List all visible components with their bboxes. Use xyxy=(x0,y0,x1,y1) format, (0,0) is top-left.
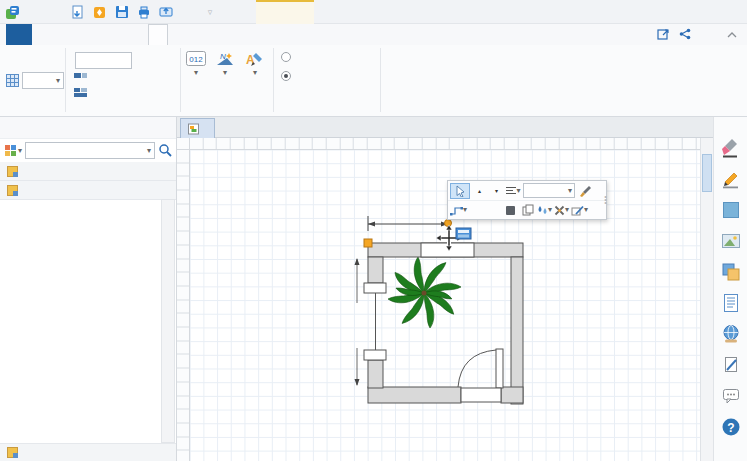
fill-color-button[interactable] xyxy=(503,202,518,218)
title-bar: ▿ xyxy=(0,0,747,24)
section-building-core[interactable] xyxy=(0,443,176,461)
palm-plant-shape xyxy=(388,257,461,328)
save-icon[interactable] xyxy=(114,4,130,20)
toolbar-drag-handle[interactable]: ••• xyxy=(604,195,607,204)
tab-help[interactable] xyxy=(130,24,148,45)
bold-button[interactable] xyxy=(469,202,484,218)
tab-floor-plan[interactable] xyxy=(148,24,168,45)
vertical-ruler xyxy=(177,150,190,461)
tab-file[interactable] xyxy=(6,24,32,45)
floor-plan-drawing xyxy=(190,150,700,461)
chevron-down-icon: ▾ xyxy=(568,187,572,195)
decrease-font-button[interactable]: ▾ xyxy=(489,183,504,199)
italic-button[interactable] xyxy=(486,202,501,218)
library-section-icon xyxy=(7,166,18,177)
scale-combo[interactable]: ▾ xyxy=(22,72,64,89)
radio-icon-selected xyxy=(281,71,291,81)
dimension-top xyxy=(368,212,448,236)
tab-home[interactable] xyxy=(40,24,58,45)
customize-toolbar-icon[interactable]: ▿ xyxy=(202,4,218,20)
dimension-style-icon: A xyxy=(245,51,265,66)
cursor-tool-button[interactable] xyxy=(450,183,470,199)
document-tools-label xyxy=(256,0,314,24)
app-logo-icon xyxy=(4,4,20,20)
font-family-combo[interactable]: ▾ xyxy=(523,183,575,198)
image-icon[interactable] xyxy=(721,231,741,251)
section-dimensioning[interactable] xyxy=(0,181,176,200)
library-section-icon xyxy=(7,447,18,458)
chevron-down-icon: ▾ xyxy=(147,147,151,155)
quick-access-dropdown-icon[interactable] xyxy=(180,4,196,20)
increase-font-button[interactable]: ▴ xyxy=(472,183,487,199)
tab-page-layout[interactable] xyxy=(76,24,94,45)
horizontal-ruler xyxy=(190,138,700,150)
ink-style-button[interactable]: ▾ xyxy=(537,202,552,218)
tools-menu-button[interactable]: ▾ xyxy=(554,202,569,218)
apply-all-walls-button[interactable] xyxy=(74,88,91,97)
svg-text:012: 012 xyxy=(189,55,203,64)
library-picker-icon[interactable]: ▾ xyxy=(4,144,22,158)
print-icon[interactable] xyxy=(136,4,152,20)
search-input[interactable]: ▾ xyxy=(25,142,155,159)
radio-always-show[interactable] xyxy=(281,71,296,81)
drawing-canvas[interactable]: ▴ ▾ ▾ ▾ ▾ xyxy=(190,150,700,461)
pen-style-button[interactable]: ▾ xyxy=(571,202,588,218)
chevron-down-icon: ▾ xyxy=(223,69,227,77)
scrollbar-thumb[interactable] xyxy=(702,154,712,192)
attachment-note-icon[interactable] xyxy=(721,355,741,375)
layers-icon[interactable] xyxy=(721,262,741,282)
pencil-edit-icon[interactable] xyxy=(721,169,741,189)
scroll-down-icon[interactable] xyxy=(162,429,174,442)
door-dimension-box xyxy=(461,388,501,402)
ruler-corner xyxy=(177,138,190,150)
brush-icon[interactable] xyxy=(577,183,592,199)
template-icon[interactable] xyxy=(92,4,108,20)
chevron-down-icon: ▾ xyxy=(253,69,257,77)
tab-view[interactable] xyxy=(94,24,112,45)
selection-handle-square xyxy=(364,239,372,247)
symbol-grid xyxy=(2,199,160,443)
copy-format-button[interactable] xyxy=(520,202,535,218)
collapse-ribbon-icon[interactable] xyxy=(727,29,737,41)
document-tab[interactable] xyxy=(180,118,215,138)
selection-handle-endpoint xyxy=(445,220,452,227)
right-tool-sidebar: ? xyxy=(713,117,747,461)
comments-icon[interactable] xyxy=(721,386,741,406)
precision-icon: N xyxy=(215,51,235,66)
scale-grid-icon xyxy=(6,74,19,87)
section-basic-shapes[interactable] xyxy=(0,162,176,181)
unit-button[interactable]: 012 ▾ xyxy=(183,51,209,77)
door-shape xyxy=(458,349,503,388)
ribbon: ▾ 012 ▾ N ▾ A xyxy=(0,45,747,117)
symbol-grid-scrollbar[interactable] xyxy=(161,199,175,443)
web-publish-icon[interactable] xyxy=(721,324,741,344)
radio-icon xyxy=(281,52,291,62)
align-menu-button[interactable]: ▾ xyxy=(506,183,521,199)
drawing-scale-control[interactable]: ▾ xyxy=(6,72,64,89)
import-icon[interactable] xyxy=(70,4,86,20)
wall-all-icon xyxy=(74,88,87,97)
scroll-up-icon[interactable] xyxy=(162,200,174,213)
shape-fill-icon[interactable] xyxy=(721,200,741,220)
library-section-icon xyxy=(7,185,18,196)
page-icon xyxy=(188,123,199,135)
wall-thickness-input[interactable] xyxy=(75,52,132,69)
format-painter-icon[interactable] xyxy=(721,138,741,158)
precision-button[interactable]: N ▾ xyxy=(210,51,240,77)
outline-list-icon[interactable] xyxy=(721,293,741,313)
connector-tool-button[interactable]: ▾ xyxy=(450,202,467,218)
share-icon[interactable] xyxy=(679,28,691,42)
export-icon[interactable] xyxy=(158,4,174,20)
svg-text:?: ? xyxy=(727,421,734,435)
search-icon[interactable] xyxy=(158,143,172,159)
radio-show-when-selected[interactable] xyxy=(281,52,296,62)
tab-symbols[interactable] xyxy=(112,24,130,45)
export-window-icon[interactable] xyxy=(657,28,670,42)
help-icon[interactable]: ? xyxy=(721,417,741,437)
tab-insert[interactable] xyxy=(58,24,76,45)
canvas-vertical-scrollbar[interactable] xyxy=(700,138,713,461)
undo-icon[interactable] xyxy=(26,4,42,20)
apply-selected-walls-button[interactable] xyxy=(74,71,91,80)
dimension-style-button[interactable]: A ▾ xyxy=(238,51,272,77)
redo-icon[interactable] xyxy=(48,4,64,20)
